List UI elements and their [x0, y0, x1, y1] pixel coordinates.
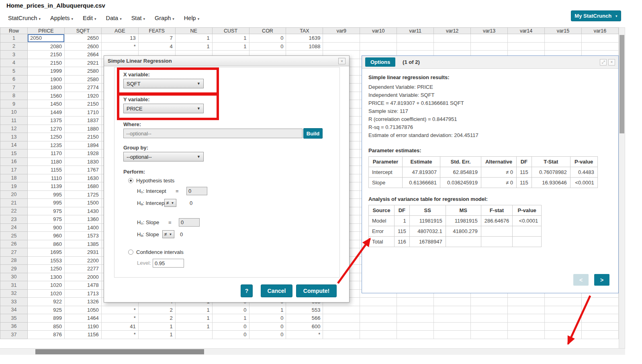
prev-page-button[interactable]: <	[573, 274, 589, 286]
sheet-cell[interactable]: *	[286, 331, 323, 339]
sheet-cell[interactable]: 1	[175, 34, 212, 43]
sheet-cell[interactable]	[581, 298, 618, 306]
sheet-cell[interactable]: 1270	[27, 125, 64, 133]
sheet-cell[interactable]	[434, 314, 471, 323]
sheet-cell[interactable]: 0	[212, 331, 249, 339]
my-statcrunch-button[interactable]: My StatCrunch▾	[571, 10, 621, 21]
sheet-cell[interactable]: 41	[101, 322, 138, 331]
sheet-cell[interactable]: 0	[249, 331, 286, 339]
sheet-cell[interactable]: 975	[27, 215, 64, 224]
sheet-cell[interactable]: 850	[27, 322, 64, 331]
sheet-cell[interactable]	[545, 42, 582, 51]
help-button[interactable]: ?	[241, 284, 253, 297]
menu-help[interactable]: Help▾	[179, 13, 204, 23]
confidence-intervals-option[interactable]: Confidence intervals	[128, 249, 184, 255]
sheet-cell[interactable]: 2080	[27, 42, 64, 51]
sheet-cell[interactable]: 1	[175, 42, 212, 51]
column-header-price[interactable]: PRICE	[27, 28, 64, 34]
row-number[interactable]: 32	[0, 289, 28, 298]
sheet-cell[interactable]	[581, 306, 618, 314]
sheet-cell[interactable]	[397, 34, 434, 43]
sheet-cell[interactable]: 0	[249, 42, 286, 51]
sheet-cell[interactable]: 600	[286, 322, 323, 331]
sheet-cell[interactable]	[397, 322, 434, 331]
level-input[interactable]	[153, 259, 184, 268]
sheet-cell[interactable]: 2	[138, 306, 175, 314]
radio-unselected-icon[interactable]	[128, 249, 133, 255]
row-number[interactable]: 24	[0, 223, 28, 232]
sheet-cell[interactable]	[360, 331, 397, 339]
sheet-cell[interactable]: 1020	[27, 281, 64, 290]
sheet-cell[interactable]: 922	[27, 298, 64, 306]
sheet-cell[interactable]	[545, 34, 582, 43]
sheet-cell[interactable]: 1999	[27, 67, 64, 76]
next-page-button[interactable]: >	[594, 274, 609, 286]
h0-slope-input[interactable]	[179, 218, 200, 227]
sheet-cell[interactable]: 1800	[27, 84, 64, 92]
row-number[interactable]: 37	[0, 331, 28, 339]
sheet-cell[interactable]: 1170	[27, 149, 64, 158]
sheet-cell[interactable]: 2774	[64, 84, 101, 92]
sheet-cell[interactable]: 2600	[64, 42, 101, 51]
sheet-cell[interactable]: 0	[249, 34, 286, 43]
sheet-cell[interactable]	[545, 306, 582, 314]
sheet-cell[interactable]: 1500	[64, 199, 101, 207]
sheet-cell[interactable]	[508, 306, 545, 314]
sheet-cell[interactable]: 0	[249, 322, 286, 331]
sheet-cell[interactable]: 1156	[64, 331, 101, 339]
sheet-cell[interactable]	[434, 331, 471, 339]
sheet-cell[interactable]: 1020	[27, 289, 64, 298]
build-button[interactable]: Build	[303, 128, 323, 139]
sheet-cell[interactable]	[397, 314, 434, 323]
row-number[interactable]: 25	[0, 232, 28, 240]
sheet-cell[interactable]: 1710	[64, 108, 101, 117]
sheet-cell[interactable]: *	[101, 306, 138, 314]
sheet-cell[interactable]	[581, 42, 618, 51]
row-number[interactable]: 29	[0, 265, 28, 273]
row-number[interactable]: 10	[0, 108, 28, 117]
horizontal-scrollbar-thumb[interactable]	[35, 349, 204, 354]
ha-slope-select[interactable]: ≠ ▼	[162, 230, 174, 238]
menu-applets[interactable]: Applets▾	[45, 13, 78, 23]
sheet-cell[interactable]	[581, 34, 618, 43]
row-number[interactable]: 16	[0, 157, 28, 166]
sheet-cell[interactable]	[360, 314, 397, 323]
column-header-var16[interactable]: var16	[581, 28, 618, 34]
sheet-cell[interactable]: 1639	[286, 34, 323, 43]
sheet-cell[interactable]: 1250	[27, 265, 64, 273]
sheet-cell[interactable]: 2580	[64, 75, 101, 84]
row-number[interactable]: 6	[0, 75, 28, 84]
sheet-cell[interactable]: 2200	[64, 256, 101, 265]
column-header-var12[interactable]: var12	[434, 28, 471, 34]
horizontal-scrollbar[interactable]	[0, 348, 625, 355]
sheet-cell[interactable]: 1	[138, 322, 175, 331]
sheet-cell[interactable]: 1155	[27, 166, 64, 174]
sheet-cell[interactable]: 1725	[64, 190, 101, 199]
y-variable-select[interactable]: PRICE ▼	[123, 104, 204, 113]
row-number[interactable]: 9	[0, 100, 28, 108]
sheet-cell[interactable]	[508, 331, 545, 339]
menu-data[interactable]: Data▾	[101, 13, 127, 23]
column-header-cor[interactable]: COR	[249, 28, 286, 34]
results-title-bar[interactable]: Options (1 of 2) ⤢ ×	[362, 56, 618, 69]
sheet-cell[interactable]	[545, 314, 582, 323]
sheet-cell[interactable]: 1	[175, 314, 212, 323]
sheet-cell[interactable]: 1894	[64, 141, 101, 149]
sheet-cell[interactable]	[471, 314, 508, 323]
sheet-cell[interactable]: 876	[27, 331, 64, 339]
row-number[interactable]: 36	[0, 322, 28, 331]
row-number[interactable]: 31	[0, 281, 28, 290]
row-number[interactable]: 28	[0, 256, 28, 265]
sheet-cell[interactable]: 899	[27, 314, 64, 323]
sheet-cell[interactable]: 1450	[27, 100, 64, 108]
row-number[interactable]: 30	[0, 273, 28, 281]
row-number[interactable]: 20	[0, 190, 28, 199]
column-header-var10[interactable]: var10	[360, 28, 397, 34]
sheet-cell[interactable]	[360, 298, 397, 306]
sheet-cell[interactable]: 1695	[27, 248, 64, 257]
sheet-cell[interactable]	[434, 322, 471, 331]
row-number[interactable]: 33	[0, 298, 28, 306]
sheet-cell[interactable]	[471, 34, 508, 43]
sheet-cell[interactable]: 1560	[27, 92, 64, 100]
row-number[interactable]: 13	[0, 133, 28, 141]
